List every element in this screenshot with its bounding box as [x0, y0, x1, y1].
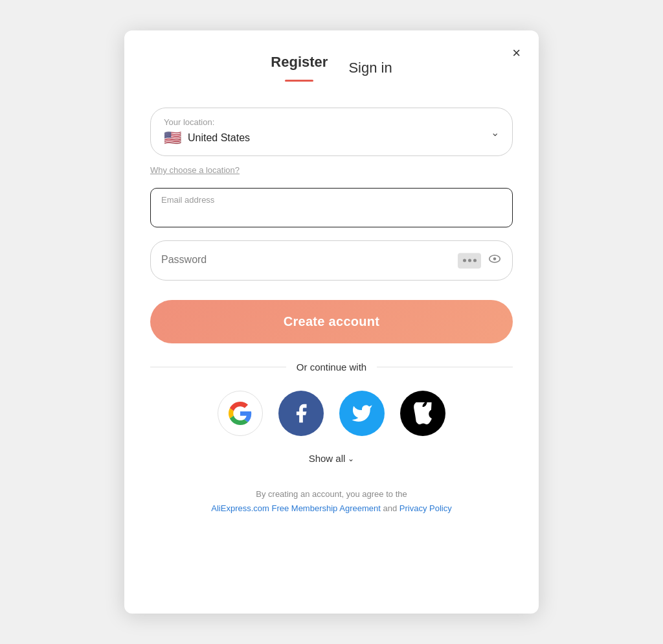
- terms-text: By creating an account, you agree to the…: [150, 487, 513, 516]
- terms-prefix: By creating an account, you agree to the: [256, 489, 407, 499]
- divider-line-right: [377, 367, 513, 367]
- register-modal: × Register Sign in Your location: 🇺🇸 Uni…: [124, 30, 539, 614]
- register-form: Your location: 🇺🇸 United States ⌄ Why ch…: [150, 108, 513, 516]
- email-label: Email address: [161, 195, 502, 205]
- social-divider: Or continue with: [150, 362, 513, 373]
- eye-icon[interactable]: [488, 252, 502, 270]
- divider-line-left: [150, 367, 286, 367]
- why-location-link[interactable]: Why choose a location?: [150, 165, 513, 175]
- password-field-wrapper: [150, 240, 513, 281]
- social-buttons: [150, 391, 513, 436]
- tab-register-underline: [285, 80, 313, 82]
- location-country: United States: [188, 132, 250, 144]
- show-all-label: Show all: [309, 453, 346, 464]
- auth-tabs: Register Sign in: [271, 54, 392, 82]
- privacy-policy-link[interactable]: Privacy Policy: [399, 503, 452, 513]
- tab-signin[interactable]: Sign in: [348, 60, 392, 82]
- flag-icon: 🇺🇸: [164, 130, 181, 146]
- google-signin-button[interactable]: [218, 391, 263, 436]
- show-all-button[interactable]: Show all ⌄: [309, 453, 355, 464]
- svg-point-1: [493, 257, 497, 260]
- terms-and: and: [383, 503, 397, 513]
- location-label: Your location:: [164, 117, 499, 127]
- password-dots-icon: [458, 253, 481, 268]
- location-selector[interactable]: Your location: 🇺🇸 United States ⌄: [150, 108, 513, 156]
- chevron-down-icon: ⌄: [491, 126, 499, 138]
- close-button[interactable]: ×: [512, 46, 521, 60]
- location-value: 🇺🇸 United States: [164, 130, 499, 146]
- create-account-button[interactable]: Create account: [150, 300, 513, 343]
- chevron-down-small-icon: ⌄: [348, 454, 354, 463]
- password-icons: [458, 252, 502, 270]
- twitter-signin-button[interactable]: [339, 391, 385, 436]
- apple-signin-button[interactable]: [400, 391, 445, 436]
- show-all-wrapper: Show all ⌄: [150, 449, 513, 464]
- membership-agreement-link[interactable]: AliExpress.com Free Membership Agreement: [211, 503, 381, 513]
- tab-register[interactable]: Register: [271, 54, 328, 76]
- facebook-signin-button[interactable]: [278, 391, 324, 436]
- email-field-wrapper: Email address: [150, 188, 513, 227]
- divider-text: Or continue with: [297, 362, 366, 373]
- password-input[interactable]: [161, 247, 502, 272]
- email-input[interactable]: [161, 207, 502, 219]
